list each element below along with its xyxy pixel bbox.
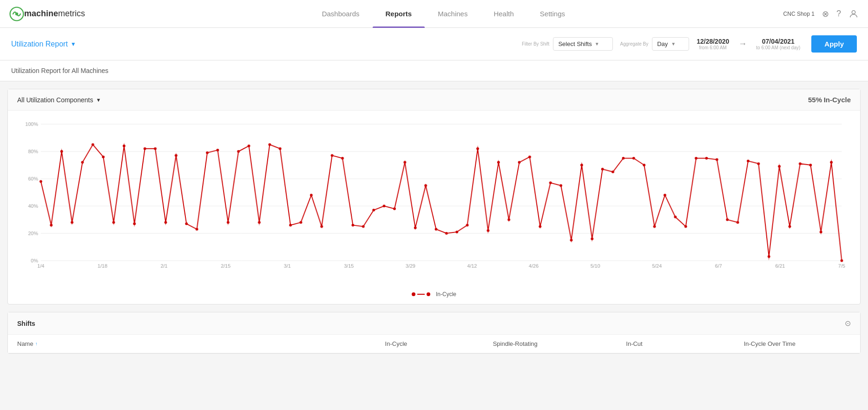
- in-cycle-stat: 55% In-Cycle: [808, 96, 851, 104]
- nav-health[interactable]: Health: [480, 0, 526, 28]
- apply-button[interactable]: Apply: [811, 35, 857, 53]
- date-to-value: 07/04/2021: [762, 38, 795, 45]
- aggregate-select[interactable]: Day ▼: [652, 37, 689, 51]
- subtitle-text: Utilization Report for All Machines: [11, 67, 108, 74]
- legend-dot-2: [427, 292, 430, 296]
- date-from-sub: from 6:00 AM: [699, 45, 726, 50]
- chart-title-dropdown[interactable]: All Utilization Components ▼: [17, 96, 101, 104]
- aggregate-caret: ▼: [671, 41, 676, 46]
- legend-label: In-Cycle: [436, 291, 456, 298]
- aggregate-label: Aggregate By: [620, 41, 649, 46]
- stat-label: In-Cycle: [824, 96, 851, 104]
- chart-title-text: All Utilization Components: [17, 96, 93, 104]
- shifts-title: Shifts: [17, 320, 35, 327]
- nav-settings[interactable]: Settings: [527, 0, 578, 28]
- shifts-section: Shifts ⊙ Name ↑ In-Cycle Spindle-Rotatin…: [7, 312, 861, 354]
- col-name-header: Name ↑: [17, 340, 342, 347]
- help-icon[interactable]: ?: [836, 9, 841, 19]
- col-overtime-header: In-Cycle Over Time: [689, 340, 851, 347]
- svg-point-1: [15, 12, 18, 15]
- aggregate-group: Aggregate By Day ▼: [620, 37, 690, 51]
- user-icon[interactable]: [848, 9, 859, 19]
- date-to-sub: to 6:00 AM (next day): [756, 45, 800, 50]
- svg-point-2: [852, 10, 855, 13]
- col-name-label: Name: [17, 340, 33, 347]
- legend-line: [417, 294, 425, 295]
- col-incut-header: In-Cut: [580, 340, 689, 347]
- date-arrow-icon: →: [738, 39, 747, 49]
- date-to[interactable]: 07/04/2021 to 6:00 AM (next day): [756, 38, 800, 50]
- stat-value: 55%: [808, 96, 822, 104]
- nav-reports[interactable]: Reports: [373, 0, 425, 28]
- shifts-settings-icon[interactable]: ⊙: [845, 319, 851, 328]
- toolbar: Utilization Report ▼ Filter By Shift Sel…: [0, 28, 868, 60]
- legend-dot: [412, 292, 415, 296]
- nav-right-icons: CNC Shop 1 ⊗ ?: [783, 9, 859, 19]
- chart-legend: In-Cycle: [8, 287, 860, 304]
- subtitle-bar: Utilization Report for All Machines: [0, 60, 868, 81]
- filter-shift-select[interactable]: Select Shifts ▼: [553, 37, 612, 51]
- shifts-header: Shifts ⊙: [8, 312, 860, 335]
- shifts-table-header: Name ↑ In-Cycle Spindle-Rotating In-Cut …: [8, 335, 860, 353]
- col-incycle-header: In-Cycle: [342, 340, 450, 347]
- logo[interactable]: machinemetrics: [9, 7, 85, 21]
- nav-machines[interactable]: Machines: [425, 0, 480, 28]
- nav-links: Dashboards Reports Machines Health Setti…: [104, 0, 783, 28]
- date-from[interactable]: 12/28/2020 from 6:00 AM: [697, 38, 729, 50]
- legend-in-cycle: In-Cycle: [412, 291, 456, 298]
- date-from-value: 12/28/2020: [697, 38, 729, 45]
- shop-name: CNC Shop 1: [783, 11, 815, 17]
- report-title-dropdown[interactable]: Utilization Report ▼: [11, 40, 76, 48]
- chart-header: All Utilization Components ▼ 55% In-Cycl…: [8, 89, 860, 111]
- chart-section: All Utilization Components ▼ 55% In-Cycl…: [7, 89, 861, 304]
- filter-shift-label: Filter By Shift: [522, 41, 549, 46]
- report-dropdown-arrow: ▼: [71, 41, 76, 47]
- filter-shift-group: Filter By Shift Select Shifts ▼: [522, 37, 613, 51]
- integrations-icon[interactable]: ⊗: [822, 9, 829, 19]
- logo-icon: [9, 7, 24, 21]
- col-spindle-header: Spindle-Rotating: [450, 340, 580, 347]
- sort-icon[interactable]: ↑: [35, 341, 38, 346]
- shift-select-caret: ▼: [595, 41, 599, 46]
- chart-title-caret: ▼: [96, 97, 101, 103]
- top-navigation: machinemetrics Dashboards Reports Machin…: [0, 0, 868, 28]
- utilization-chart: [17, 115, 851, 283]
- chart-container: [8, 111, 860, 287]
- logo-text: machinemetrics: [24, 9, 85, 19]
- nav-dashboards[interactable]: Dashboards: [309, 0, 373, 28]
